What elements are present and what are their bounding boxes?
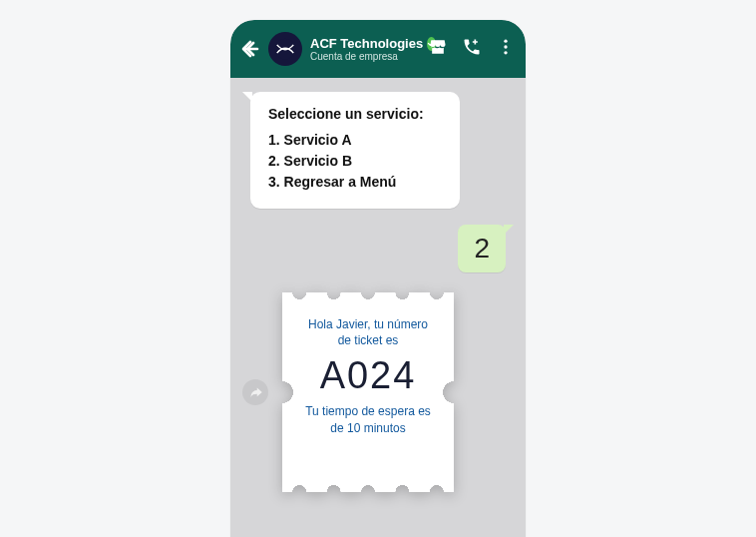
service-option-2: 2. Servicio B bbox=[268, 151, 442, 172]
svg-point-3 bbox=[504, 45, 507, 48]
header-title-wrap[interactable]: ACF Technologies Cuenta de empresa bbox=[310, 36, 422, 62]
ticket-card[interactable]: Hola Javier, tu número de ticket es A024… bbox=[282, 292, 454, 492]
store-icon[interactable] bbox=[428, 37, 448, 61]
ticket-number: A024 bbox=[294, 354, 442, 397]
service-option-1: 1. Servicio A bbox=[268, 130, 442, 151]
more-icon[interactable] bbox=[496, 37, 516, 61]
back-button[interactable] bbox=[238, 37, 262, 61]
call-add-icon[interactable] bbox=[462, 37, 482, 61]
ticket-wait-time: Tu tiempo de espera es de 10 minutos bbox=[294, 403, 442, 435]
chat-body[interactable]: Seleccione un servicio: 1. Servicio A 2.… bbox=[230, 78, 526, 506]
chat-window: ACF Technologies Cuenta de empresa Selec… bbox=[230, 20, 526, 537]
business-name: ACF Technologies bbox=[310, 36, 423, 51]
incoming-message[interactable]: Seleccione un servicio: 1. Servicio A 2.… bbox=[250, 92, 460, 209]
account-type: Cuenta de empresa bbox=[310, 51, 422, 62]
forward-icon bbox=[248, 385, 263, 400]
ticket-greeting: Hola Javier, tu número de ticket es bbox=[294, 316, 442, 348]
svg-point-2 bbox=[504, 40, 507, 43]
forward-button[interactable] bbox=[242, 379, 268, 405]
svg-point-4 bbox=[504, 51, 507, 54]
avatar[interactable] bbox=[268, 32, 302, 66]
outgoing-message[interactable]: 2 bbox=[458, 225, 506, 272]
service-option-3: 3. Regresar a Menú bbox=[268, 172, 442, 193]
chat-header: ACF Technologies Cuenta de empresa bbox=[230, 20, 526, 78]
logo-icon bbox=[274, 38, 296, 60]
arrow-left-icon bbox=[238, 37, 262, 61]
service-prompt: Seleccione un servicio: bbox=[268, 106, 442, 122]
